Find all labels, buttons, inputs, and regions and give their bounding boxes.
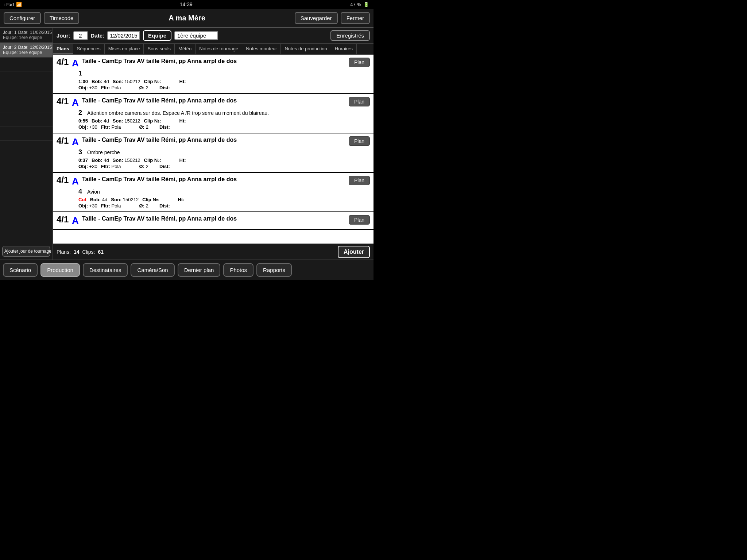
main-toolbar: Configurer Timecode A ma Mère Sauvegarde… [0, 9, 374, 28]
sidebar-equipe-1: Equipe: 1ère équipe [3, 35, 50, 40]
battery-label: 47 % [350, 2, 361, 7]
destinataires-button[interactable]: Destinataires [83, 263, 128, 277]
tab-plans[interactable]: Plans [53, 44, 73, 54]
sidebar: Jour: 1 Date: 11/02/2015 Equipe: 1ère éq… [0, 28, 53, 260]
shot-meta-row2: Obj: +30 Fltr: Pola Ø: 2 Dist: [57, 164, 370, 169]
time-val: 0:37 [78, 158, 88, 163]
shot-row: 4/1 A Taille - CamEp Trav AV taille Rémi… [53, 133, 374, 173]
sidebar-day-1[interactable]: Jour: 1 Date: 11/02/2015 Equipe: 1ère éq… [0, 28, 53, 43]
tab-notes-production[interactable]: Notes de production [281, 44, 331, 54]
shot-number: 4/1 [57, 215, 70, 224]
shot-row: 4/1 A Taille - CamEp Trav AV taille Rémi… [53, 94, 374, 133]
tab-notes-tournage[interactable]: Notes de tournage [196, 44, 242, 54]
cut-label: Cut [78, 197, 86, 202]
sidebar-empty-row [0, 113, 53, 127]
sidebar-jour-1: 1 [14, 30, 17, 35]
sidebar-empty-row [0, 71, 53, 85]
take-num: 4 [78, 188, 85, 195]
shot-meta-row2: Obj: +30 Fltr: Pola Ø: 2 Dist: [57, 203, 370, 209]
scenario-button[interactable]: Scénario [3, 263, 38, 277]
tab-sons-seuls[interactable]: Sons seuls [144, 44, 175, 54]
fermer-button[interactable]: Fermer [341, 12, 370, 24]
plan-button[interactable]: Plan [349, 176, 370, 185]
plan-button[interactable]: Plan [349, 97, 370, 106]
shot-row: 4/1 A Taille - CamEp Trav AV taille Rémi… [53, 212, 374, 230]
sauvegarder-button[interactable]: Sauvegarder [295, 12, 338, 24]
plan-button[interactable]: Plan [349, 215, 370, 225]
bottom-bar: Plans: 14 Clips: 61 Ajouter [53, 244, 374, 260]
clips-label: Clips: [82, 249, 95, 255]
timecode-button[interactable]: Timecode [44, 12, 79, 24]
rapports-button[interactable]: Rapports [256, 263, 292, 277]
plan-button[interactable]: Plan [349, 136, 370, 146]
sidebar-empty [0, 58, 53, 243]
shots-list: 4/1 A Taille - CamEp Trav AV taille Rémi… [53, 55, 374, 244]
shot-meta-row2: Obj: +30 Fltr: Pola Ø: 2 Dist: [57, 85, 370, 90]
shot-letter: A [72, 97, 80, 108]
plan-button[interactable]: Plan [349, 58, 370, 67]
shot-number: 4/1 [57, 97, 70, 106]
tab-mises-en-place[interactable]: Mises en place [105, 44, 144, 54]
tab-notes-monteur[interactable]: Notes monteur [242, 44, 281, 54]
sidebar-footer: Ajouter jour de tournage [0, 243, 53, 260]
shot-meta-row2: Obj: +30 Fltr: Pola Ø: 2 Dist: [57, 124, 370, 130]
main-content: Jour: 1 Date: 11/02/2015 Equipe: 1ère éq… [0, 28, 374, 260]
sidebar-empty-row [0, 127, 53, 141]
sidebar-date-1: 11/02/2015 [30, 30, 52, 35]
shot-letter: A [72, 176, 80, 187]
take-num: 3 [78, 148, 85, 156]
date-label: Date: [91, 32, 105, 39]
sidebar-jour-label-1: Jour: [3, 30, 13, 35]
sidebar-date-label-2: Date: [18, 45, 28, 50]
ajouter-button[interactable]: Ajouter [338, 246, 370, 258]
status-time: 14:39 [180, 1, 193, 7]
shot-letter: A [72, 136, 80, 148]
shot-meta-row1: 0:55 Bob: 4d Son: 150212 Clip №: Ht: [57, 118, 370, 124]
jour-input[interactable] [73, 31, 88, 40]
battery-icon: 🔋 [363, 2, 369, 7]
shot-meta-row1: 1:00 Bob: 4d Son: 150212 Clip №: Ht: [57, 79, 370, 84]
tab-sequences[interactable]: Séquences [73, 44, 105, 54]
date-input[interactable] [107, 31, 140, 40]
shot-header: 4/1 A Taille - CamEp Trav AV taille Rémi… [57, 97, 370, 108]
tabs-bar: Plans Séquences Mises en place Sons seul… [53, 44, 374, 55]
take-num: 2 [78, 109, 85, 117]
wifi-icon: 📶 [16, 2, 22, 7]
status-left: iPad 📶 [4, 2, 22, 7]
shot-number: 4/1 [57, 136, 70, 145]
configurer-button[interactable]: Configurer [4, 12, 41, 24]
dernier-plan-button[interactable]: Dernier plan [178, 263, 221, 277]
enregistres-button[interactable]: Enregistrés [330, 30, 370, 41]
right-panel: Jour: Date: Equipe Enregistrés Plans Séq… [53, 28, 374, 260]
shot-desc: Taille - CamEp Trav AV taille Rémi, pp A… [82, 97, 347, 105]
shot-number: 4/1 [57, 58, 70, 66]
shot-meta-row1: Cut Bob: 4d Son: 150212 Clip №: Ht: [57, 197, 370, 202]
plans-value: 14 [74, 249, 80, 255]
sidebar-equipe-2: Equipe: 1ère équipe [3, 50, 50, 55]
tab-horaires[interactable]: Horaires [331, 44, 357, 54]
sidebar-day-2[interactable]: Jour: 2 Date: 12/02/2015 Equipe: 1ère éq… [0, 43, 53, 58]
take-num: 1 [78, 70, 85, 77]
plans-label: Plans: [57, 249, 71, 255]
status-right: 47 % 🔋 [350, 2, 369, 7]
shot-header: 4/1 A Taille - CamEp Trav AV taille Rémi… [57, 136, 370, 148]
production-button[interactable]: Production [40, 263, 80, 277]
shot-row: 4/1 A Taille - CamEp Trav AV taille Rémi… [53, 55, 374, 94]
sidebar-date-2: 12/02/2015 [30, 45, 52, 50]
equipe-button[interactable]: Equipe [143, 30, 171, 41]
ipad-label: iPad [4, 2, 14, 7]
sidebar-jour-2: 2 [14, 45, 17, 50]
photos-button[interactable]: Photos [223, 263, 253, 277]
shot-letter: A [72, 58, 80, 69]
tab-meteo[interactable]: Météo [175, 44, 196, 54]
shot-letter: A [72, 215, 80, 226]
equipe-text-input[interactable] [174, 31, 218, 40]
sidebar-jour-label-2: Jour: [3, 45, 13, 50]
sidebar-date-label-1: Date: [18, 30, 28, 35]
shot-desc: Taille - CamEp Trav AV taille Rémi, pp A… [82, 176, 347, 183]
camera-son-button[interactable]: Caméra/Son [131, 263, 174, 277]
take-line: 3 Ombre perche [57, 148, 370, 156]
status-bar: iPad 📶 14:39 47 % 🔋 [0, 0, 374, 9]
add-day-button[interactable]: Ajouter jour de tournage [2, 246, 50, 257]
footer-nav: Scénario Production Destinataires Caméra… [0, 260, 374, 280]
